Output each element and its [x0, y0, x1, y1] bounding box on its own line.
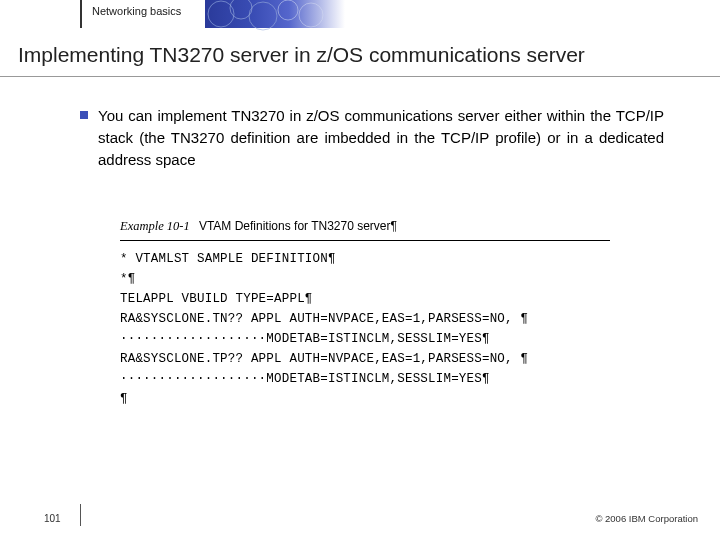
header-bar: Networking basics [0, 0, 720, 28]
page-title: Implementing TN3270 server in z/OS commu… [0, 28, 720, 76]
code-caption-prefix: Example 10-1 [120, 219, 190, 233]
bullet-item: You can implement TN3270 in z/OS communi… [80, 105, 664, 170]
code-lines: * VTAMLST SAMPLE DEFINITION¶ *¶ TELAPPL … [120, 249, 610, 409]
footer-divider [80, 504, 81, 526]
bullet-text: You can implement TN3270 in z/OS communi… [98, 105, 664, 170]
code-caption-rest: VTAM Definitions for TN3270 server¶ [199, 219, 397, 233]
header-divider [80, 0, 82, 28]
code-example: Example 10-1 VTAM Definitions for TN3270… [120, 219, 610, 409]
copyright: © 2006 IBM Corporation [595, 513, 698, 524]
page-number: 101 [44, 513, 61, 524]
breadcrumb: Networking basics [92, 5, 181, 17]
code-rule [120, 240, 610, 241]
footer: 101 © 2006 IBM Corporation [0, 506, 720, 526]
header-graphic [205, 0, 345, 28]
code-caption: Example 10-1 VTAM Definitions for TN3270… [120, 219, 610, 238]
square-bullet-icon [80, 111, 88, 119]
content-area: You can implement TN3270 in z/OS communi… [0, 77, 720, 408]
